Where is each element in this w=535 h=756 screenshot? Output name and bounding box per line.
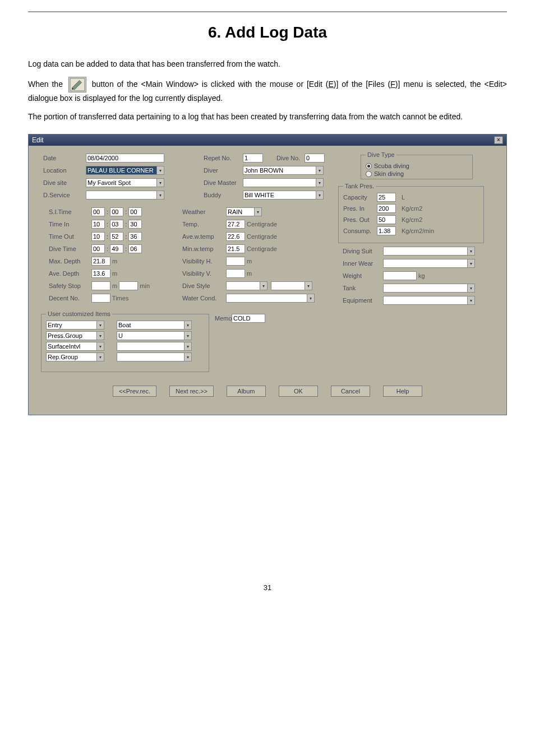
entry-key[interactable]	[46, 321, 96, 330]
lbl-avewtemp: Ave.w.temp	[182, 233, 214, 240]
consump-field[interactable]	[377, 226, 396, 235]
avewtemp-field[interactable]	[226, 232, 245, 241]
visv-field[interactable]	[226, 269, 245, 278]
minwtemp-field[interactable]	[226, 244, 245, 253]
next-button[interactable]: Next rec.>>	[169, 386, 214, 397]
chevron-down-icon[interactable]: ▾	[156, 166, 164, 175]
chevron-down-icon[interactable]: ▾	[467, 247, 475, 256]
divemaster-field[interactable]	[243, 178, 316, 187]
chevron-down-icon[interactable]: ▾	[467, 296, 475, 305]
location-field[interactable]	[86, 166, 156, 175]
timeout-s[interactable]	[128, 232, 142, 241]
timein-h[interactable]	[91, 220, 105, 229]
diver-field[interactable]	[243, 166, 316, 175]
date-field[interactable]	[86, 154, 164, 163]
divestyle-field[interactable]	[226, 281, 260, 290]
divetime-h[interactable]	[91, 244, 105, 253]
capacity-field[interactable]	[377, 193, 396, 202]
prev-button[interactable]: <<Prev.rec.	[113, 386, 156, 397]
repetno-field[interactable]	[243, 154, 263, 163]
presout-field[interactable]	[377, 215, 396, 224]
memo-field[interactable]	[232, 314, 265, 323]
unit-l: L	[402, 194, 479, 201]
watercond-field[interactable]	[226, 294, 307, 303]
lbl-divingsuit: Diving Suit	[343, 248, 372, 254]
scuba-radio[interactable]	[366, 163, 372, 169]
vish-field[interactable]	[226, 257, 245, 266]
chevron-down-icon[interactable]: ▾	[305, 281, 312, 290]
sitime-s[interactable]	[128, 207, 142, 216]
divesite-field[interactable]	[86, 178, 156, 187]
lbl-diveno: Dive No.	[276, 155, 300, 161]
timein-m[interactable]	[110, 220, 123, 229]
innerwear-field[interactable]	[383, 259, 467, 268]
ok-button[interactable]: OK	[279, 386, 318, 397]
decentno-field[interactable]	[91, 294, 110, 303]
divetime-s[interactable]	[128, 244, 142, 253]
divingsuit-field[interactable]	[383, 247, 467, 256]
chevron-down-icon[interactable]: ▾	[467, 284, 475, 293]
intro-p1: Log data can be added to data that has b…	[28, 58, 507, 70]
temp-field[interactable]	[226, 220, 245, 229]
divetime-m[interactable]	[110, 244, 123, 253]
equipment-field[interactable]	[383, 296, 467, 305]
repgroup-val[interactable]	[117, 353, 184, 361]
album-button[interactable]: Album	[227, 386, 266, 397]
lbl-visv: Visibility V.	[182, 270, 211, 277]
chevron-down-icon[interactable]: ▾	[96, 321, 104, 330]
chevron-down-icon[interactable]: ▾	[184, 331, 192, 340]
chevron-down-icon[interactable]: ▾	[316, 166, 324, 175]
close-icon[interactable]: ×	[494, 136, 503, 144]
chevron-down-icon[interactable]: ▾	[260, 281, 268, 290]
intro-p2c: )] of the [Files (	[334, 80, 390, 89]
intro-p2b: button of the <Main Window> is clicked w…	[92, 80, 329, 89]
chevron-down-icon[interactable]: ▾	[184, 342, 192, 351]
chevron-down-icon[interactable]: ▾	[96, 331, 104, 340]
timeout-h[interactable]	[91, 232, 105, 241]
page-number: 31	[28, 583, 507, 592]
surfaceintvl-key[interactable]	[46, 342, 96, 351]
chevron-down-icon[interactable]: ▾	[316, 191, 324, 200]
chevron-down-icon[interactable]: ▾	[254, 207, 262, 216]
buddy-field[interactable]	[243, 191, 316, 200]
chevron-down-icon[interactable]: ▾	[156, 191, 164, 200]
entry-val[interactable]	[117, 321, 184, 330]
intro-f-underline: F	[390, 80, 395, 89]
presin-field[interactable]	[377, 204, 396, 213]
chevron-down-icon[interactable]: ▾	[184, 353, 192, 361]
divestyle-field2[interactable]	[271, 281, 305, 290]
chevron-down-icon[interactable]: ▾	[156, 178, 164, 187]
help-button[interactable]: Help	[383, 386, 422, 397]
skin-radio[interactable]	[366, 171, 372, 177]
chevron-down-icon[interactable]: ▾	[96, 342, 104, 351]
pressgroup-key[interactable]	[46, 331, 96, 340]
sitime-m[interactable]	[110, 207, 123, 216]
diveno-field[interactable]	[305, 154, 325, 163]
unit-m5: m	[247, 270, 252, 277]
weather-field[interactable]	[226, 207, 254, 216]
cancel-button[interactable]: Cancel	[331, 386, 370, 397]
tank-field[interactable]	[383, 284, 467, 293]
chevron-down-icon[interactable]: ▾	[316, 178, 324, 187]
surfaceintvl-val[interactable]	[117, 342, 184, 351]
dservice-field[interactable]	[86, 191, 156, 200]
maxdepth-field[interactable]	[91, 257, 110, 266]
avedepth-field[interactable]	[91, 269, 110, 278]
chevron-down-icon[interactable]: ▾	[96, 353, 104, 361]
weight-field[interactable]	[383, 271, 417, 280]
repgroup-key[interactable]	[46, 353, 96, 361]
chevron-down-icon[interactable]: ▾	[307, 294, 315, 303]
lbl-weight: Weight	[343, 272, 362, 279]
lbl-diver: Diver	[204, 167, 218, 174]
chevron-down-icon[interactable]: ▾	[184, 321, 192, 330]
safetystop-m-field[interactable]	[91, 281, 110, 290]
safetystop-min-field[interactable]	[119, 281, 138, 290]
pressgroup-val[interactable]	[117, 331, 184, 340]
timeout-m[interactable]	[110, 232, 123, 241]
lbl-divetime: Dive Time	[49, 245, 76, 252]
chevron-down-icon[interactable]: ▾	[467, 259, 475, 268]
lbl-avedepth: Ave. Depth	[49, 270, 79, 277]
sitime-h[interactable]	[91, 207, 105, 216]
lbl-divetype: Dive Type	[366, 151, 396, 158]
timein-s[interactable]	[128, 220, 142, 229]
